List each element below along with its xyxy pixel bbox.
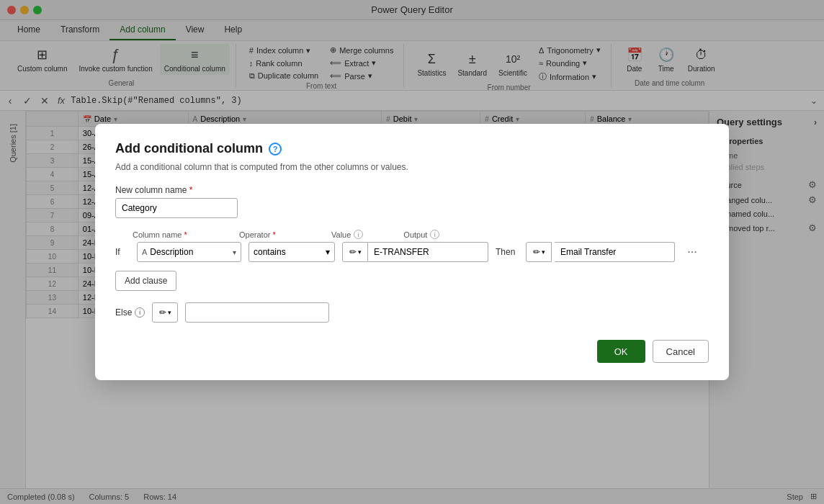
value-type-chevron: ▾: [358, 248, 362, 256]
value-col-label: Value i: [331, 230, 363, 239]
dialog-title: Add conditional column: [115, 141, 263, 156]
column-name-col-label: Column name *: [133, 230, 233, 239]
output-pencil-icon: ✏: [533, 247, 540, 257]
else-chevron: ▾: [168, 309, 171, 316]
operator-value: contains: [254, 247, 286, 257]
output-input[interactable]: [555, 242, 675, 262]
operator-chevron: ▾: [326, 247, 330, 257]
output-col-label: Output i: [403, 230, 439, 239]
then-label: Then: [496, 247, 519, 257]
add-conditional-column-dialog: Add conditional column ? Add a condition…: [95, 124, 729, 380]
else-label: Else i: [115, 307, 145, 318]
output-type-chevron: ▾: [542, 248, 545, 256]
if-label: If: [115, 247, 130, 257]
pencil-icon: ✏: [349, 247, 357, 257]
output-type-button[interactable]: ✏ ▾: [526, 242, 552, 262]
ok-button[interactable]: OK: [597, 340, 645, 363]
else-label-group: Else i: [115, 307, 145, 318]
dialog-description: Add a conditional column that is compute…: [115, 162, 709, 172]
cancel-button[interactable]: Cancel: [653, 340, 709, 363]
more-options-button[interactable]: ···: [682, 242, 702, 262]
else-pencil-icon: ✏: [159, 307, 166, 318]
output-group: ✏ ▾: [526, 242, 675, 262]
modal-overlay: Add conditional column ? Add a condition…: [0, 0, 824, 504]
else-row: Else i ✏ ▾: [115, 302, 709, 323]
dialog-help-icon[interactable]: ?: [269, 143, 282, 156]
condition-row: If A Description ▾ contains ▾ ✏ ▾ Then: [115, 242, 709, 262]
required-star: *: [189, 185, 193, 195]
new-column-name-label: New column name *: [115, 185, 709, 195]
value-input[interactable]: [368, 242, 488, 262]
dialog-footer: OK Cancel: [115, 340, 709, 363]
else-type-button[interactable]: ✏ ▾: [152, 302, 178, 323]
column-select-chevron: ▾: [233, 248, 236, 256]
add-clause-button[interactable]: Add clause: [115, 271, 176, 291]
new-column-name-input[interactable]: [115, 198, 238, 218]
column-type-icon: A: [142, 248, 147, 256]
value-type-button[interactable]: ✏ ▾: [342, 242, 368, 262]
else-info-icon: i: [135, 307, 145, 318]
operator-col-label: Operator *: [239, 230, 326, 239]
operator-select[interactable]: contains ▾: [248, 242, 335, 262]
else-value-input[interactable]: [185, 302, 329, 323]
value-group: ✏ ▾: [342, 242, 488, 262]
dialog-title-row: Add conditional column ?: [115, 141, 709, 156]
column-name-value: Description: [150, 247, 193, 257]
column-name-select[interactable]: A Description ▾: [137, 242, 241, 262]
